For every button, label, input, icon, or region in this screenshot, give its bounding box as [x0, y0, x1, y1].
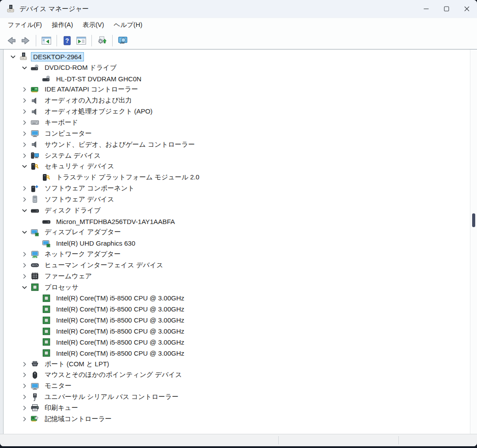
- tree-item-label[interactable]: Intel(R) Core(TM) i5-8500 CPU @ 3.00GHz: [54, 338, 186, 347]
- tree-row[interactable]: ポート (COM と LPT): [4, 359, 470, 370]
- tree-item-label[interactable]: モニター: [42, 381, 74, 391]
- scrollbar-thumb[interactable]: [472, 213, 475, 227]
- tree-item-label[interactable]: ソフトウェア コンポーネント: [42, 183, 136, 194]
- tree-row[interactable]: Intel(R) Core(TM) i5-8500 CPU @ 3.00GHz: [4, 304, 470, 315]
- tree-item-label[interactable]: セキュリティ デバイス: [42, 161, 117, 171]
- menu-help[interactable]: ヘルプ(H): [109, 19, 148, 31]
- scan-hardware-changes-button[interactable]: [116, 34, 130, 47]
- help-button[interactable]: ?: [60, 34, 74, 47]
- chevron-right-icon[interactable]: [19, 119, 30, 126]
- minimize-button[interactable]: [416, 0, 436, 18]
- tree-item-label[interactable]: サウンド、ビデオ、およびゲーム コントローラー: [42, 140, 197, 150]
- chevron-right-icon[interactable]: [19, 251, 30, 258]
- tree-item-label[interactable]: ヒューマン インターフェイス デバイス: [42, 260, 166, 270]
- tree-row[interactable]: DVD/CD-ROM ドライブ: [4, 62, 470, 73]
- tree-row[interactable]: ディスク ドライブ: [4, 205, 470, 216]
- show-hide-console-tree-button[interactable]: [39, 34, 53, 47]
- chevron-right-icon[interactable]: [19, 97, 30, 104]
- tree-item-label[interactable]: Intel(R) Core(TM) i5-8500 CPU @ 3.00GHz: [54, 315, 186, 325]
- tree-row[interactable]: Intel(R) UHD Graphics 630: [4, 238, 470, 249]
- chevron-right-icon[interactable]: [19, 394, 30, 401]
- maximize-button[interactable]: [436, 0, 457, 18]
- chevron-down-icon[interactable]: [19, 64, 30, 71]
- tree-item-label[interactable]: ユニバーサル シリアル バス コントローラー: [42, 392, 181, 402]
- chevron-right-icon[interactable]: [19, 372, 30, 379]
- tree-row[interactable]: Intel(R) Core(TM) i5-8500 CPU @ 3.00GHz: [4, 293, 470, 304]
- chevron-right-icon[interactable]: [19, 361, 30, 368]
- menu-file[interactable]: ファイル(F): [3, 19, 47, 31]
- tree-row[interactable]: Intel(R) Core(TM) i5-8500 CPU @ 3.00GHz: [4, 326, 470, 337]
- chevron-right-icon[interactable]: [19, 185, 30, 192]
- tree-row[interactable]: ユニバーサル シリアル バス コントローラー: [4, 391, 470, 402]
- tree-item-label[interactable]: 印刷キュー: [42, 403, 80, 413]
- tree-item-label[interactable]: オーディオ処理オブジェクト (APO): [42, 106, 155, 117]
- back-button[interactable]: [4, 34, 19, 47]
- tree-item-label[interactable]: Intel(R) Core(TM) i5-8500 CPU @ 3.00GHz: [54, 327, 186, 336]
- tree-row[interactable]: ファームウェア: [4, 271, 470, 282]
- chevron-right-icon[interactable]: [19, 415, 30, 422]
- tree-item-label[interactable]: プロセッサ: [42, 282, 81, 292]
- tree-row[interactable]: コンピューター: [4, 128, 470, 139]
- tree-row[interactable]: 印刷キュー: [4, 402, 470, 414]
- tree-row[interactable]: モニター: [4, 380, 470, 391]
- menu-action[interactable]: 操作(A): [47, 19, 78, 31]
- chevron-right-icon[interactable]: [19, 273, 30, 280]
- tree-item-label[interactable]: DESKTOP-2964: [31, 52, 84, 61]
- tree-row[interactable]: HL-DT-ST DVDRAM GHC0N: [4, 73, 470, 84]
- tree-row[interactable]: IDE ATA/ATAPI コントローラー: [4, 84, 470, 95]
- update-driver-button[interactable]: [95, 34, 109, 47]
- tree-item-label[interactable]: Micron_MTFDHBA256TDV-1AY1AABFA: [54, 217, 177, 226]
- tree-item-label[interactable]: HL-DT-ST DVDRAM GHC0N: [54, 74, 144, 84]
- tree-row[interactable]: Intel(R) Core(TM) i5-8500 CPU @ 3.00GHz: [4, 348, 470, 359]
- tree-row[interactable]: ソフトウェア デバイス: [4, 194, 470, 205]
- tree-row[interactable]: セキュリティ デバイス: [4, 161, 470, 172]
- tree-row[interactable]: プロセッサ: [4, 282, 470, 293]
- tree-item-label[interactable]: 記憶域コントローラー: [42, 414, 114, 424]
- action-pane-button[interactable]: [74, 34, 88, 47]
- tree-row[interactable]: キーボード: [4, 117, 470, 128]
- chevron-right-icon[interactable]: [19, 152, 30, 159]
- tree-row[interactable]: ディスプレイ アダプター: [4, 227, 470, 238]
- tree-item-label[interactable]: ネットワーク アダプター: [42, 249, 123, 259]
- menu-view[interactable]: 表示(V): [78, 19, 109, 31]
- tree-item-label[interactable]: コンピューター: [42, 129, 94, 139]
- tree-row[interactable]: オーディオの入力および出力: [4, 95, 470, 106]
- tree-item-label[interactable]: キーボード: [42, 118, 80, 128]
- tree-row[interactable]: ソフトウェア コンポーネント: [4, 183, 470, 194]
- vertical-scrollbar[interactable]: [470, 49, 477, 434]
- tree-item-label[interactable]: Intel(R) Core(TM) i5-8500 CPU @ 3.00GHz: [54, 304, 186, 314]
- tree-item-label[interactable]: システム デバイス: [42, 151, 103, 161]
- tree-item-label[interactable]: ファームウェア: [42, 271, 94, 281]
- tree-item-label[interactable]: ディスク ドライブ: [42, 205, 103, 216]
- chevron-right-icon[interactable]: [19, 383, 30, 390]
- tree-item-label[interactable]: DVD/CD-ROM ドライブ: [42, 63, 119, 73]
- forward-button[interactable]: [19, 34, 33, 47]
- chevron-down-icon[interactable]: [19, 229, 30, 236]
- tree-row[interactable]: ネットワーク アダプター: [4, 249, 470, 260]
- chevron-down-icon[interactable]: [19, 284, 30, 291]
- tree-row[interactable]: ヒューマン インターフェイス デバイス: [4, 260, 470, 271]
- chevron-right-icon[interactable]: [19, 130, 30, 137]
- chevron-right-icon[interactable]: [19, 141, 30, 148]
- chevron-down-icon[interactable]: [19, 207, 30, 214]
- tree-item-label[interactable]: トラステッド プラットフォーム モジュール 2.0: [54, 172, 201, 182]
- tree-item-label[interactable]: Intel(R) UHD Graphics 630: [54, 239, 137, 248]
- tree-row[interactable]: 記憶域コントローラー: [4, 414, 470, 425]
- tree-row[interactable]: DESKTOP-2964: [4, 51, 470, 62]
- close-button[interactable]: [457, 0, 477, 18]
- chevron-down-icon[interactable]: [19, 163, 30, 170]
- tree-item-label[interactable]: Intel(R) Core(TM) i5-8500 CPU @ 3.00GHz: [54, 349, 186, 358]
- chevron-right-icon[interactable]: [19, 86, 30, 93]
- tree-item-label[interactable]: マウスとそのほかのポインティング デバイス: [42, 370, 184, 380]
- tree-item-label[interactable]: オーディオの入力および出力: [42, 95, 134, 106]
- tree-row[interactable]: Intel(R) Core(TM) i5-8500 CPU @ 3.00GHz: [4, 337, 470, 348]
- chevron-right-icon[interactable]: [19, 108, 30, 115]
- tree-item-label[interactable]: ソフトウェア デバイス: [42, 194, 117, 205]
- tree-row[interactable]: マウスとそのほかのポインティング デバイス: [4, 369, 470, 380]
- tree-row[interactable]: サウンド、ビデオ、およびゲーム コントローラー: [4, 139, 470, 150]
- chevron-right-icon[interactable]: [19, 262, 30, 269]
- chevron-right-icon[interactable]: [19, 404, 30, 411]
- tree-item-label[interactable]: ポート (COM と LPT): [42, 359, 111, 369]
- tree-row[interactable]: トラステッド プラットフォーム モジュール 2.0: [4, 172, 470, 183]
- tree-row[interactable]: オーディオ処理オブジェクト (APO): [4, 106, 470, 117]
